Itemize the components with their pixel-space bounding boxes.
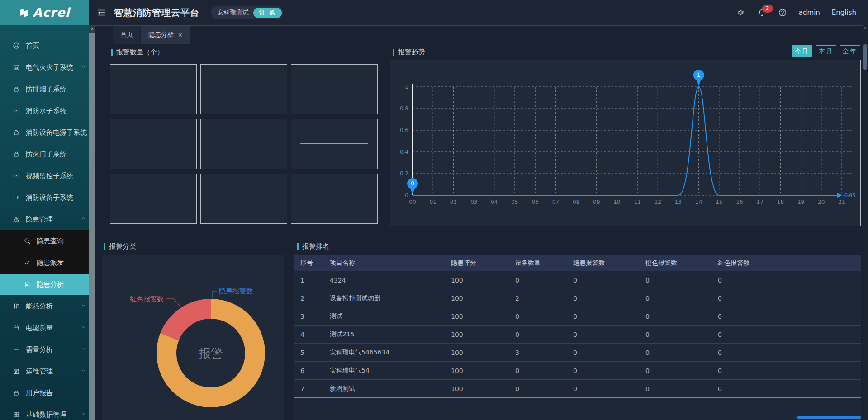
- x-tick-label: 07: [552, 199, 559, 205]
- language-toggle[interactable]: English: [832, 9, 856, 17]
- tab-close-icon[interactable]: ✕: [178, 32, 183, 38]
- table-row[interactable]: 5安科瑞电气54656341003000: [294, 344, 861, 362]
- trend-divider: [300, 198, 368, 198]
- table-row[interactable]: 4测试2151000000: [294, 326, 861, 344]
- page: 报警数量（个） 报警趋势 今日本月全年 10.80.60.40.20000102…: [95, 44, 863, 420]
- switch-project-button[interactable]: 切 换: [253, 8, 282, 18]
- x-tick-label: 04: [491, 199, 498, 205]
- table-cell: 2: [294, 289, 323, 307]
- smiley-icon: [13, 42, 20, 49]
- table-cell: 0: [567, 326, 639, 343]
- sidebar-item[interactable]: 消防水子系统: [0, 100, 89, 122]
- tab-bar: 首页隐患分析✕: [95, 25, 863, 44]
- red-alarm-label: 红色报警数: [129, 295, 164, 303]
- table-cell: 测试215: [323, 326, 445, 343]
- logo-text: Acrel: [33, 5, 70, 19]
- table-cell: 0: [567, 344, 639, 361]
- sidebar-item-label: 防火门子系统: [26, 150, 66, 159]
- sidebar-item[interactable]: 防排烟子系统: [0, 78, 89, 100]
- trend-line-chart: 10.80.60.40.2000010203040506070809101112…: [390, 60, 860, 226]
- title-accent-bar: [104, 243, 105, 250]
- sidebar-item-label: 电气火灾子系统: [26, 63, 73, 72]
- sidebar-submenu: 隐患查询隐患派发隐患分析: [0, 230, 89, 295]
- table-cell: 设备拓扑测试勿删: [323, 289, 445, 307]
- sidebar-subitem[interactable]: 隐患派发: [0, 252, 89, 274]
- table-cell: 0: [711, 326, 861, 343]
- notification-badge: 2: [762, 5, 773, 13]
- main-content: 首页隐患分析✕ 报警数量（个） 报警趋势 今日本月全年 10.80.60.40.…: [95, 25, 863, 420]
- camera-icon: [13, 194, 20, 201]
- sidebar-item[interactable]: 基础数据管理: [0, 404, 89, 420]
- title-accent-bar: [393, 49, 394, 56]
- table-cell: 0: [509, 326, 567, 343]
- project-switcher: 安科瑞测试 切 换: [211, 6, 283, 19]
- list-icon: [13, 346, 20, 353]
- sidebar-item-label: 需量分析: [26, 345, 53, 354]
- range-button-1[interactable]: 今日: [792, 45, 812, 57]
- scroll-up-arrow[interactable]: ∧: [89, 25, 95, 33]
- axis-arrow-icon: [837, 193, 842, 198]
- table-header-cell: 设备数量: [509, 255, 567, 271]
- marker-value: 1: [697, 72, 701, 78]
- range-button-2[interactable]: 本月: [816, 45, 836, 57]
- table-header-cell: 隐患评分: [445, 255, 509, 271]
- sidebar-item-label: 用户报告: [26, 389, 53, 397]
- x-tick-label: 14: [695, 199, 702, 205]
- scroll-up-arrow[interactable]: ∧: [863, 26, 868, 30]
- sidebar-item[interactable]: 视频监控子系统: [0, 165, 89, 187]
- y-tick-label: 1: [405, 84, 408, 90]
- scrollbar-thumb[interactable]: [863, 44, 867, 70]
- x-tick-label: 06: [532, 199, 539, 205]
- sidebar: 首页电气火灾子系统防排烟子系统消防水子系统消防设备电源子系统防火门子系统视频监控…: [0, 25, 89, 420]
- x-tick-label: 00: [409, 199, 416, 205]
- sidebar-item[interactable]: 防火门子系统: [0, 143, 89, 165]
- table-cell: 0: [639, 344, 711, 361]
- sidebar-item[interactable]: 需量分析: [0, 339, 89, 360]
- sidebar-subitem[interactable]: 隐患分析: [0, 274, 89, 295]
- sidebar-scrollbar[interactable]: ∧: [89, 25, 95, 420]
- sidebar-collapse-button[interactable]: [96, 8, 106, 18]
- chevron-down-icon: [81, 345, 86, 354]
- sidebar-item[interactable]: 消防设备电源子系统: [0, 122, 89, 143]
- alarm-count-section-title: 报警数量（个）: [111, 48, 164, 57]
- help-button[interactable]: [778, 8, 787, 17]
- stat-card: [110, 119, 197, 169]
- table-cell: 安科瑞电气5465634: [323, 344, 445, 361]
- tab-1[interactable]: 首页: [113, 26, 140, 44]
- page-scrollbar[interactable]: ∧: [863, 25, 868, 420]
- table-cell: 0: [567, 307, 639, 325]
- sidebar-item[interactable]: 能耗分析: [0, 295, 89, 317]
- horizontal-scrollbar-thumb[interactable]: [797, 416, 861, 419]
- trend-range-buttons: 今日本月全年: [792, 45, 860, 57]
- chevdown-icon: [81, 64, 86, 70]
- table-cell: 3: [294, 307, 323, 325]
- sidebar-subitem[interactable]: 隐患查询: [0, 230, 89, 252]
- user-menu[interactable]: admin: [799, 9, 820, 17]
- table-cell: 0: [509, 307, 567, 325]
- logo-mark-icon: [19, 7, 30, 18]
- y-tick-label: 0.2: [400, 170, 408, 177]
- sidebar-item[interactable]: 运维管理: [0, 360, 89, 382]
- sidebar-item[interactable]: 隐患管理: [0, 208, 89, 230]
- table-row[interactable]: 6安科瑞电气541000000: [294, 362, 861, 380]
- table-row[interactable]: 3测试1000000: [294, 307, 861, 326]
- table-row[interactable]: 2设备拓扑测试勿删1002000: [294, 289, 861, 307]
- range-button-3[interactable]: 全年: [840, 45, 860, 57]
- sidebar-item[interactable]: 用户报告: [0, 382, 89, 404]
- table-cell: 7: [294, 380, 323, 397]
- sidebar-item-label: 能耗分析: [26, 302, 53, 311]
- sidebar-item[interactable]: 首页: [0, 35, 89, 57]
- tab-2[interactable]: 隐患分析✕: [141, 26, 190, 44]
- sidebar-item[interactable]: 电能质量: [0, 317, 89, 339]
- sidebar-item[interactable]: 消防设备子系统: [0, 187, 89, 208]
- x-tick-label: 11: [634, 199, 640, 205]
- y-tick-label: 0.8: [400, 105, 408, 112]
- trend-card: [291, 174, 378, 224]
- table-row[interactable]: 7新增测试1000000: [294, 380, 861, 398]
- notifications-button[interactable]: 2: [757, 8, 766, 17]
- table-row[interactable]: 143241000000: [294, 271, 861, 289]
- sidebar-item[interactable]: 电气火灾子系统: [0, 57, 89, 78]
- red-alarm-slice[interactable]: [160, 299, 211, 340]
- sound-button[interactable]: [736, 8, 745, 17]
- x-tick-label: 13: [675, 199, 682, 205]
